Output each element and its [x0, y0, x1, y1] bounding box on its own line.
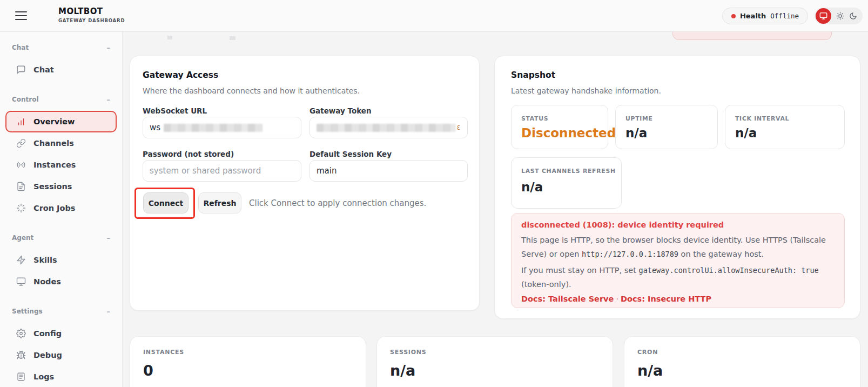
connect-helper-text: Click Connect to apply connection change…: [249, 192, 426, 213]
theme-toggle-group: [815, 8, 863, 24]
docs-tailscale-serve-link[interactable]: Docs: Tailscale Serve: [521, 295, 614, 303]
sidebar-item-label: Nodes: [33, 277, 61, 286]
error-text: If you must stay on HTTP, set: [521, 266, 639, 275]
collapse-icon[interactable]: –: [107, 308, 111, 316]
sessions-metric-card: SESSIONS n/a: [376, 336, 613, 387]
brand-title: MOLTBOT: [58, 6, 125, 16]
stat-value: n/a: [521, 180, 621, 194]
sidebar-item-chat[interactable]: Chat: [5, 59, 117, 81]
bug-icon: [16, 350, 26, 360]
monitor-icon: [16, 277, 26, 286]
sun-icon[interactable]: [836, 12, 844, 20]
display-theme-button[interactable]: [816, 8, 831, 24]
health-status: Offline: [770, 12, 799, 20]
brand-subtitle: GATEWAY DASHBOARD: [58, 18, 125, 23]
menu-icon[interactable]: [15, 11, 27, 20]
collapse-icon[interactable]: –: [107, 44, 111, 52]
link-icon: [16, 138, 26, 148]
session-key-input[interactable]: [309, 160, 468, 182]
password-input[interactable]: [143, 160, 301, 182]
bar-chart-icon: [16, 117, 26, 126]
error-title: disconnected (1008): device identity req…: [521, 221, 835, 229]
app-header: MOLTBOT GATEWAY DASHBOARD Health Offline: [0, 0, 868, 32]
status-stat-tile: STATUS Disconnected: [511, 105, 608, 149]
zap-icon: [16, 255, 26, 265]
stat-label: LAST CHANNELS REFRESH: [521, 168, 621, 175]
connect-button[interactable]: Connect: [143, 192, 189, 213]
sidebar-item-cron-jobs[interactable]: Cron Jobs: [5, 197, 117, 219]
metric-value: 0: [143, 362, 366, 379]
stat-value: Disconnected: [521, 126, 608, 140]
nav-section-settings: Settings – Config Debug Logs: [0, 306, 122, 387]
redacted-value: [317, 124, 456, 132]
sidebar-item-instances[interactable]: Instances: [5, 154, 117, 176]
redacted-value: [164, 124, 263, 132]
sidebar-item-label: Sessions: [33, 182, 72, 191]
sidebar-item-label: Chat: [33, 65, 54, 74]
section-label: Agent: [12, 234, 33, 242]
stat-value: n/a: [735, 126, 844, 140]
gateway-token-input[interactable]: Ɛ: [309, 117, 468, 138]
collapse-icon[interactable]: –: [107, 234, 111, 242]
sidebar-item-label: Logs: [33, 372, 54, 381]
refresh-button[interactable]: Refresh: [198, 192, 241, 213]
collapse-icon[interactable]: –: [107, 96, 111, 104]
sidebar-item-sessions[interactable]: Sessions: [5, 176, 117, 197]
token-fragment: Ɛ: [457, 125, 460, 131]
link-separator: ·: [614, 295, 621, 303]
sidebar-item-label: Overview: [33, 117, 75, 126]
health-label: Health: [740, 12, 766, 20]
scrolled-banner-fragment: [672, 32, 832, 40]
docs-insecure-http-link[interactable]: Docs: Insecure HTTP: [621, 295, 711, 303]
disconnect-error-box: disconnected (1008): device identity req…: [511, 213, 845, 308]
display-icon: [819, 12, 827, 20]
sidebar-item-skills[interactable]: Skills: [5, 249, 117, 271]
sidebar-item-config[interactable]: Config: [5, 323, 117, 344]
last-channels-refresh-stat-tile: LAST CHANNELS REFRESH n/a: [511, 157, 622, 209]
sidebar-item-nodes[interactable]: Nodes: [5, 271, 117, 292]
sidebar-item-debug[interactable]: Debug: [5, 344, 117, 366]
nav-section-header: Settings –: [12, 306, 110, 316]
websocket-url-label: WebSocket URL: [143, 106, 207, 115]
section-label: Control: [12, 96, 39, 103]
uptime-stat-tile: UPTIME n/a: [615, 105, 718, 149]
gateway-token-label: Gateway Token: [309, 106, 372, 115]
websocket-url-input[interactable]: ws: [143, 117, 301, 138]
sidebar-item-label: Instances: [33, 161, 76, 169]
sidebar-item-logs[interactable]: Logs: [5, 366, 117, 387]
chat-bubble-icon: [16, 65, 26, 75]
sidebar-item-overview[interactable]: Overview: [5, 111, 117, 132]
sidebar-item-label: Config: [33, 329, 62, 338]
section-label: Chat: [12, 44, 29, 51]
sidebar-item-label: Channels: [33, 139, 74, 148]
error-links: Docs: Tailscale Serve·Docs: Insecure HTT…: [521, 295, 835, 303]
sidebar-item-channels[interactable]: Channels: [5, 132, 117, 154]
error-paragraph: This page is HTTP, so the browser blocks…: [521, 233, 835, 261]
error-code: http://127.0.0.1:18789: [582, 250, 678, 258]
logs-icon: [16, 372, 26, 382]
error-paragraph: If you must stay on HTTP, set gateway.co…: [521, 263, 835, 291]
session-key-label: Default Session Key: [309, 150, 392, 158]
gateway-access-card: Gateway Access Where the dashboard conne…: [130, 56, 480, 311]
cron-metric-card: CRON n/a: [624, 336, 860, 387]
health-dot-icon: [731, 14, 736, 18]
instances-metric-card: INSTANCES 0: [130, 336, 366, 387]
broadcast-icon: [16, 160, 26, 170]
metric-label: INSTANCES: [143, 349, 366, 356]
sidebar-nav: Chat – Chat Control – Overview Channels …: [0, 32, 123, 387]
card-subtitle: Latest gateway handshake information.: [511, 86, 661, 95]
loader-icon: [16, 203, 26, 213]
card-subtitle: Where the dashboard connects and how it …: [143, 86, 360, 95]
stat-label: UPTIME: [625, 115, 717, 122]
gear-icon: [16, 329, 26, 338]
error-code: gateway.controlUi.allowInsecureAuth: tru…: [639, 266, 819, 275]
snapshot-card: Snapshot Latest gateway handshake inform…: [494, 56, 860, 319]
sidebar-item-label: Cron Jobs: [33, 204, 76, 212]
scrolled-content-fragment: [167, 36, 172, 39]
card-title: Snapshot: [511, 70, 555, 80]
file-icon: [16, 182, 26, 191]
moon-icon[interactable]: [849, 12, 857, 20]
stat-label: TICK INTERVAL: [735, 115, 844, 122]
nav-section-header: Agent –: [12, 233, 110, 243]
error-text: (token-only).: [521, 280, 571, 289]
